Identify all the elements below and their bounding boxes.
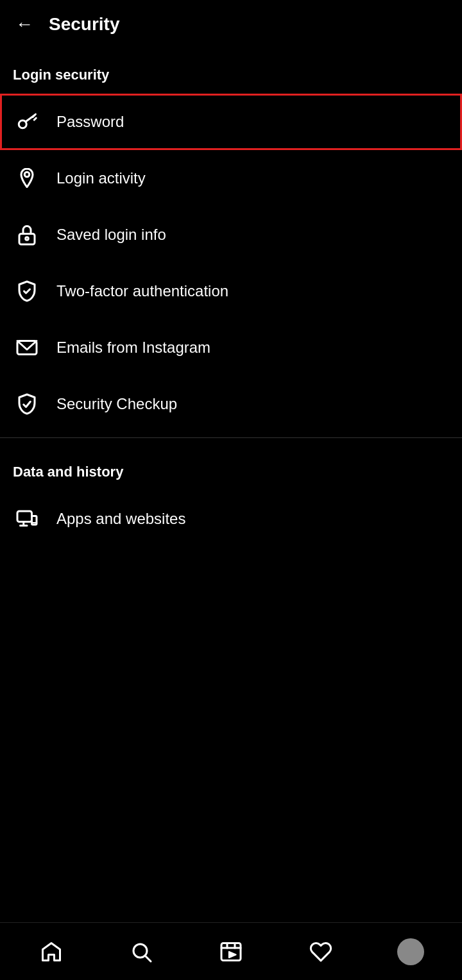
- data-history-heading: Data and history: [0, 443, 462, 491]
- security-checkup-label: Security Checkup: [56, 395, 177, 413]
- location-icon: [13, 164, 41, 192]
- email-icon: [13, 334, 41, 362]
- section-divider: [0, 437, 462, 438]
- login-security-heading: Login security: [0, 46, 462, 94]
- saved-login-item[interactable]: Saved login info: [0, 207, 462, 263]
- login-activity-item[interactable]: Login activity: [0, 150, 462, 207]
- svg-marker-19: [229, 952, 236, 958]
- svg-point-4: [24, 172, 30, 177]
- search-icon: [130, 940, 153, 963]
- two-factor-item[interactable]: Two-factor authentication: [0, 263, 462, 319]
- shield-check-icon: [13, 277, 41, 305]
- heart-icon: [309, 940, 332, 963]
- bottom-navigation: [0, 922, 462, 980]
- security-checkup-item[interactable]: Security Checkup: [0, 376, 462, 432]
- login-activity-label: Login activity: [56, 169, 146, 187]
- nav-activity[interactable]: [295, 933, 346, 971]
- svg-rect-8: [17, 511, 32, 522]
- home-icon: [40, 940, 63, 963]
- password-label: Password: [56, 113, 124, 131]
- login-security-section: Login security Password Login activity: [0, 46, 462, 432]
- reels-icon: [219, 940, 243, 963]
- svg-point-6: [26, 237, 29, 241]
- two-factor-label: Two-factor authentication: [56, 282, 228, 300]
- emails-label: Emails from Instagram: [56, 339, 210, 357]
- emails-item[interactable]: Emails from Instagram: [0, 319, 462, 376]
- shield-tick-icon: [13, 390, 41, 418]
- svg-rect-15: [221, 943, 241, 960]
- back-button[interactable]: ←: [13, 13, 36, 36]
- apps-websites-label: Apps and websites: [56, 510, 185, 528]
- profile-avatar: [397, 938, 424, 965]
- password-item[interactable]: Password: [0, 94, 462, 150]
- data-history-section: Data and history Apps and websites: [0, 443, 462, 547]
- key-icon: [13, 108, 41, 136]
- nav-reels[interactable]: [205, 933, 257, 971]
- back-arrow-icon: ←: [15, 15, 33, 33]
- nav-home[interactable]: [26, 933, 77, 971]
- svg-line-3: [34, 118, 36, 120]
- svg-line-14: [146, 956, 151, 961]
- lock-icon: [13, 221, 41, 249]
- apps-icon: [13, 505, 41, 533]
- nav-search[interactable]: [116, 933, 167, 971]
- header: ← Security: [0, 0, 462, 46]
- nav-profile[interactable]: [385, 933, 436, 971]
- svg-line-2: [33, 114, 36, 117]
- saved-login-label: Saved login info: [56, 226, 166, 244]
- page-title: Security: [49, 14, 120, 35]
- apps-websites-item[interactable]: Apps and websites: [0, 491, 462, 547]
